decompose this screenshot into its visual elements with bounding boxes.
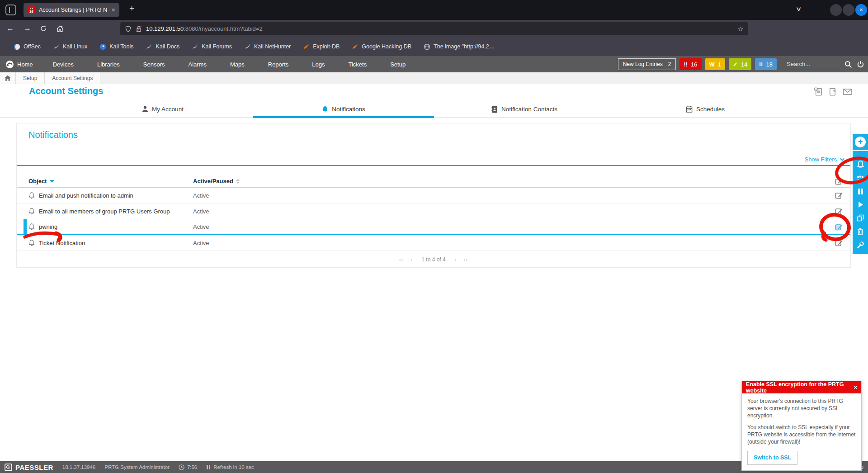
nav-item-reports[interactable]: Reports <box>256 61 301 68</box>
nav-item-home[interactable]: Home <box>0 60 41 69</box>
ok-badge[interactable]: ✓14 <box>729 58 751 70</box>
browser-tab[interactable]: 16 Account Settings | PRTG N × <box>24 3 119 17</box>
window-minimize-button[interactable] <box>830 4 842 16</box>
bookmark-star-icon[interactable]: ☆ <box>738 25 744 33</box>
search-icon[interactable] <box>844 61 852 68</box>
person-icon <box>142 106 148 113</box>
tab-notification-contacts[interactable]: Notification Contacts <box>434 102 615 118</box>
offsec-icon <box>14 43 20 50</box>
tab-my-account[interactable]: My Account <box>72 102 253 118</box>
home-icon[interactable] <box>56 20 64 37</box>
history-clipboard-icon[interactable] <box>814 87 823 97</box>
search-input[interactable] <box>787 59 840 69</box>
prev-page-button[interactable]: ‹ <box>410 256 413 263</box>
first-page-button[interactable]: ‹‹ <box>399 256 404 263</box>
breadcrumb-home[interactable] <box>0 72 16 84</box>
window-close-button[interactable]: × <box>855 4 867 16</box>
back-icon[interactable]: ← <box>6 20 14 37</box>
play-icon[interactable] <box>858 201 863 208</box>
bookmark-image-link[interactable]: The image "http://94.2… <box>424 43 495 50</box>
bookmark-offsec[interactable]: OffSec <box>14 43 41 50</box>
last-page-button[interactable]: ›› <box>463 256 468 263</box>
email-icon[interactable] <box>843 87 853 97</box>
clone-icon[interactable] <box>857 214 864 222</box>
bookmark-kali-linux[interactable]: Kali Linux <box>53 43 87 50</box>
tab-notifications[interactable]: Notifications <box>253 102 434 118</box>
pagination-label: 1 to 4 of 4 <box>421 256 445 263</box>
close-icon[interactable]: × <box>854 384 857 391</box>
home-icon <box>5 75 11 81</box>
trash-icon[interactable] <box>857 228 863 235</box>
nav-item-setup[interactable]: Setup <box>378 61 417 68</box>
add-report-icon[interactable] <box>828 87 838 97</box>
bookmark-kali-nethunter[interactable]: Kali NetHunter <box>244 43 291 50</box>
window-maximize-button[interactable] <box>843 4 854 16</box>
breadcrumb-setup[interactable]: Setup <box>16 72 45 84</box>
edit-icon[interactable] <box>835 191 843 199</box>
switch-to-ssl-button[interactable]: Switch to SSL <box>747 451 797 465</box>
new-log-entries-button[interactable]: New Log Entries2 <box>618 58 676 70</box>
bookmark-google-hacking-db[interactable]: Google Hacking DB <box>352 43 411 50</box>
paessler-logo-icon <box>5 464 12 471</box>
nav-item-maps[interactable]: Maps <box>218 61 256 68</box>
paused-badge[interactable]: II18 <box>755 58 777 70</box>
pause-icon[interactable] <box>858 188 863 195</box>
show-filters-link[interactable]: Show Filters <box>804 156 843 163</box>
tab-title: Account Settings | PRTG N <box>39 7 108 13</box>
nav-item-logs[interactable]: Logs <box>300 61 336 68</box>
notification-name[interactable]: Ticket Notification <box>39 240 85 246</box>
refresh-countdown[interactable]: Refresh in 10 sec <box>206 464 254 470</box>
edit-icon[interactable] <box>835 223 843 231</box>
edit-icon[interactable] <box>835 239 843 247</box>
bell-icon <box>28 223 35 230</box>
nav-item-sensors[interactable]: Sensors <box>132 61 177 68</box>
nav-item-devices[interactable]: Devices <box>41 61 85 68</box>
tab-close-icon[interactable]: × <box>112 6 115 14</box>
paessler-brand[interactable]: PAESSLER <box>5 464 53 471</box>
lock-insecure-icon[interactable] <box>136 25 142 33</box>
url-bar[interactable]: 10.129.201.50:8080/myaccount.htm?tabid=2… <box>120 22 748 35</box>
edit-icon[interactable] <box>835 207 843 215</box>
users-group-icon[interactable] <box>856 175 864 182</box>
table-row-pwning[interactable]: pwning Active <box>17 219 850 235</box>
notification-name[interactable]: Email and push notification to admin <box>39 192 133 199</box>
notification-name[interactable]: pwning <box>39 223 57 230</box>
shield-icon[interactable] <box>125 25 132 33</box>
nav-item-tickets[interactable]: Tickets <box>336 61 378 68</box>
table-row[interactable]: Email and push notification to admin Act… <box>17 188 850 203</box>
firefox-view-icon[interactable] <box>5 5 16 15</box>
edit-icon[interactable] <box>835 177 843 185</box>
tab-schedules[interactable]: Schedules <box>615 102 796 118</box>
warning-badge[interactable]: W1 <box>705 58 726 70</box>
bookmark-exploit-db[interactable]: Exploit-DB <box>303 43 340 50</box>
ssl-popup-text: You should switch to SSL especially if y… <box>747 424 856 446</box>
plus-icon: + <box>855 137 866 147</box>
table-row[interactable]: Email to all members of group PRTG Users… <box>17 203 850 219</box>
bell-icon[interactable] <box>857 161 864 169</box>
bookmark-kali-docs[interactable]: Kali Docs <box>146 43 179 50</box>
kali-dragon-icon <box>244 43 251 50</box>
bookmark-kali-tools[interactable]: Kali Tools <box>99 43 133 50</box>
table-row[interactable]: Ticket Notification Active <box>17 235 850 251</box>
next-page-button[interactable]: › <box>454 256 457 263</box>
column-active-paused[interactable]: Active/Paused <box>193 178 240 184</box>
list-all-tabs-icon[interactable]: ∨ <box>796 5 802 12</box>
ssl-warning-popup: Enable SSL encryption for the PRTG websi… <box>741 381 862 471</box>
ssl-popup-text: Your browser's connection to this PRTG s… <box>747 397 856 420</box>
error-badge[interactable]: !!16 <box>679 58 701 70</box>
reload-icon[interactable] <box>40 20 47 37</box>
bookmark-kali-forums[interactable]: Kali Forums <box>192 43 232 50</box>
calendar-icon <box>686 106 693 113</box>
bell-icon <box>28 192 35 199</box>
nav-item-alarms[interactable]: Alarms <box>177 61 218 68</box>
bird-icon <box>352 43 359 50</box>
logout-power-icon[interactable] <box>857 61 864 68</box>
column-object[interactable]: Object <box>28 178 54 184</box>
notification-name[interactable]: Email to all members of group PRTG Users… <box>39 208 170 215</box>
forward-icon[interactable]: → <box>24 20 31 37</box>
add-notification-button[interactable]: + <box>853 134 868 151</box>
wrench-icon[interactable] <box>857 241 864 249</box>
new-tab-button[interactable]: + <box>129 4 134 14</box>
nav-item-libraries[interactable]: Libraries <box>85 61 132 68</box>
breadcrumb-account-settings[interactable]: Account Settings <box>45 72 100 84</box>
